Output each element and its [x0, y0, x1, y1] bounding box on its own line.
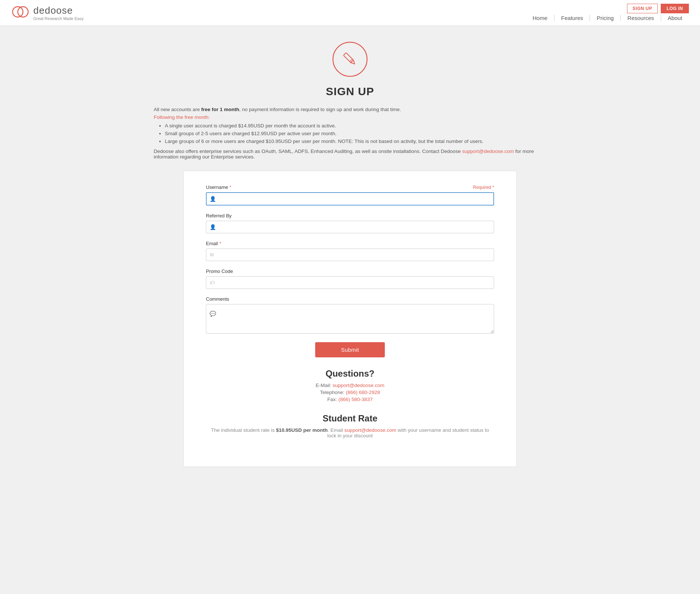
email-label: Email * — [206, 241, 221, 246]
referred-by-input-wrapper: 👤 — [206, 221, 494, 233]
comments-input-wrapper: 💬 — [206, 304, 494, 335]
questions-fax-link[interactable]: (866) 580-3837 — [339, 397, 373, 402]
main-nav: Home Features Pricing Resources About — [526, 15, 689, 21]
student-rate-section: Student Rate The individual student rate… — [206, 413, 494, 438]
questions-telephone-link[interactable]: (866) 680-2928 — [346, 390, 380, 395]
questions-telephone-line: Telephone: (866) 680-2928 — [206, 390, 494, 395]
referred-by-input[interactable] — [206, 221, 494, 233]
info-text-line1: All new accounts are free for 1 month, n… — [154, 107, 546, 112]
promo-input[interactable] — [206, 276, 494, 289]
nav-item-features[interactable]: Features — [554, 15, 590, 21]
comments-textarea[interactable] — [206, 304, 494, 334]
username-field-group: Username * Required * 👤 — [206, 184, 494, 206]
comment-icon: 💬 — [210, 311, 216, 317]
student-rate-heading: Student Rate — [206, 413, 494, 424]
bullet-3: Large groups of 6 or more users are char… — [165, 139, 546, 144]
student-email-link[interactable]: support@dedoose.com — [344, 427, 396, 433]
questions-fax-line: Fax: (866) 580-3837 — [206, 397, 494, 402]
enterprise-email-link[interactable]: support@dedoose.com — [462, 148, 514, 154]
header-buttons: SIGN UP LOG IN — [627, 4, 689, 13]
signup-form-card: Username * Required * 👤 Referred By 👤 — [183, 171, 517, 467]
comments-label: Comments — [206, 296, 229, 302]
student-rate-text: The individual student rate is $10.95USD… — [206, 427, 494, 438]
username-label: Username * — [206, 184, 231, 190]
promo-field-group: Promo Code 🏷 — [206, 268, 494, 289]
promo-label: Promo Code — [206, 268, 233, 274]
login-button[interactable]: LOG IN — [661, 4, 689, 13]
info-text-line2: Following the free month: — [154, 114, 546, 120]
nav-item-resources[interactable]: Resources — [621, 15, 661, 21]
signup-button[interactable]: SIGN UP — [627, 4, 658, 13]
bullet-2: Small groups of 2-5 users are charged $1… — [165, 131, 546, 136]
pricing-bullets: A single user account is charged $14.95U… — [165, 123, 546, 144]
logo-tagline: Great Research Made Easy — [33, 16, 84, 21]
nav-item-pricing[interactable]: Pricing — [590, 15, 621, 21]
main-content: SIGN UP All new accounts are free for 1 … — [146, 26, 554, 493]
questions-heading: Questions? — [206, 368, 494, 379]
logo-icon — [11, 4, 30, 22]
svg-point-2 — [333, 42, 367, 76]
questions-email-link[interactable]: support@dedoose.com — [333, 383, 384, 388]
referred-by-label: Referred By — [206, 213, 231, 218]
promo-icon: 🏷 — [210, 280, 215, 286]
email-input-wrapper: ✉ — [206, 248, 494, 261]
pencil-icon — [331, 41, 369, 78]
svg-marker-4 — [351, 60, 356, 65]
page-title: SIGN UP — [154, 85, 546, 98]
submit-button[interactable]: Submit — [315, 342, 385, 357]
nav-item-home[interactable]: Home — [526, 15, 554, 21]
enterprise-text: Dedoose also offers enterprise services … — [154, 148, 546, 160]
user-icon-2: 👤 — [210, 224, 216, 230]
required-indicator: Required * — [473, 185, 494, 190]
email-icon: ✉ — [210, 252, 214, 258]
username-input[interactable] — [206, 192, 494, 206]
referred-by-field-group: Referred By 👤 — [206, 213, 494, 233]
comments-field-group: Comments 💬 — [206, 296, 494, 335]
questions-section: Questions? E-Mail: support@dedoose.com T… — [206, 368, 494, 402]
logo[interactable]: dedoose Great Research Made Easy — [11, 4, 84, 22]
email-field-group: Email * ✉ — [206, 241, 494, 261]
bullet-1: A single user account is charged $14.95U… — [165, 123, 546, 129]
questions-email-line: E-Mail: support@dedoose.com — [206, 383, 494, 388]
nav-item-about[interactable]: About — [661, 15, 689, 21]
signup-icon-container — [154, 41, 546, 78]
username-input-wrapper: 👤 — [206, 192, 494, 206]
logo-name: dedoose — [33, 5, 84, 16]
email-input[interactable] — [206, 248, 494, 261]
user-icon: 👤 — [210, 196, 216, 202]
promo-input-wrapper: 🏷 — [206, 276, 494, 289]
